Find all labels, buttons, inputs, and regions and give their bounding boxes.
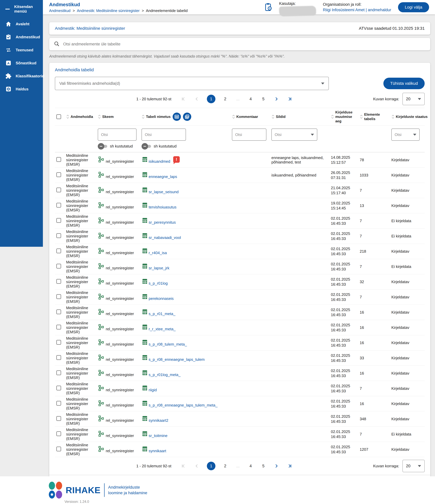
table-name-link[interactable]: synnikaart: [149, 449, 166, 453]
table-icon: [142, 217, 148, 225]
table-name-link[interactable]: s_p_r08_enneaegne_laps_tulem: [149, 357, 205, 362]
sidebar-item-andmestikud[interactable]: Andmestikud: [0, 30, 43, 44]
row-skeem: rel_synniregister: [98, 293, 142, 301]
table-name-link[interactable]: sr_toitmine: [149, 433, 168, 438]
org-role-link[interactable]: Riigi Infosüsteemi Amet | andmehaldur: [323, 7, 391, 13]
breadcrumb-andmestik[interactable]: Andmestik: Meditsiiniline sünniregister: [77, 9, 140, 13]
filter-skeem-input[interactable]: [98, 128, 136, 141]
table-name-link[interactable]: sr_peresynnitus: [149, 220, 176, 225]
filter-nimetus-input[interactable]: [142, 128, 186, 141]
page-button-2[interactable]: 2: [222, 464, 228, 468]
prev-page-icon[interactable]: [194, 96, 200, 102]
table-name-link[interactable]: s_p_r08_enneaegne_laps_tulem_meta_: [149, 403, 217, 407]
clear-selection-button[interactable]: Tühista valikud: [383, 78, 425, 89]
sidebar-collapse-button[interactable]: Kitsendan menüü: [0, 0, 43, 18]
table-name-link[interactable]: enneaegne_laps: [149, 174, 177, 179]
page-button-4[interactable]: 4: [248, 464, 254, 468]
skeem-deleted-toggle[interactable]: sh kustutatud: [98, 144, 136, 149]
row-checkbox[interactable]: [56, 325, 61, 329]
breadcrumb-andmestikud[interactable]: Andmestikud: [49, 9, 71, 13]
row-checkbox[interactable]: [56, 279, 61, 284]
row-checkbox[interactable]: [56, 188, 61, 192]
row-checkbox[interactable]: [56, 294, 61, 299]
col-muutmise-aeg[interactable]: Kirjelduse muutmise aeg: [331, 110, 360, 123]
app-root: Kitsendan menüü Avaleht Andmestikud Teen…: [0, 0, 435, 504]
last-page-icon[interactable]: [286, 463, 293, 469]
row-checkbox[interactable]: [56, 309, 61, 314]
tables-copy-view-button[interactable]: [183, 113, 191, 121]
table-name-link[interactable]: s_p_r01log_meta_: [149, 372, 180, 377]
row-checkbox[interactable]: [56, 218, 61, 223]
sidebar: Kitsendan menüü Avaleht Andmestikud Teen…: [0, 0, 43, 247]
table-name-link[interactable]: s_p_r08_tulem_meta_: [149, 342, 187, 346]
first-page-icon[interactable]: [180, 96, 187, 102]
row-checkbox[interactable]: [56, 172, 61, 177]
table-name-link[interactable]: synnikaart2: [149, 418, 168, 423]
col-elemente[interactable]: Elemente tabelis: [360, 112, 391, 121]
per-page-select[interactable]: 20: [402, 93, 425, 105]
table-name-link[interactable]: perekonnaseis: [149, 296, 174, 301]
col-tabeli-nimetus[interactable]: Tabeli nimetus: [142, 113, 232, 121]
filter-kommentaar-input[interactable]: [232, 128, 266, 141]
sidebar-item-haldus[interactable]: Haldus: [0, 82, 43, 96]
sidebar-item-avaleht[interactable]: Avaleht: [0, 18, 43, 30]
table-name-link[interactable]: sr_lapse_seisund: [149, 190, 178, 194]
last-page-icon[interactable]: [286, 96, 293, 102]
table-name-link[interactable]: r_r404_isa: [149, 251, 167, 255]
filter-sildid-select[interactable]: Otsi: [271, 128, 317, 141]
next-page-icon[interactable]: [273, 96, 280, 102]
row-checkbox[interactable]: [56, 203, 61, 207]
row-checkbox[interactable]: [56, 340, 61, 345]
page-button-4[interactable]: 4: [248, 97, 254, 101]
select-all-checkbox[interactable]: [56, 114, 61, 119]
col-staatus[interactable]: Kirjelduste staatus: [391, 115, 430, 119]
next-page-icon[interactable]: [273, 463, 280, 469]
col-kommentaar[interactable]: Kommentaar: [232, 115, 271, 119]
row-checkbox[interactable]: [56, 249, 61, 253]
sidebar-item-sonastikud[interactable]: A Sõnastikud: [0, 56, 43, 70]
nimetus-deleted-toggle[interactable]: sh kustutatud: [142, 144, 227, 149]
page-button-2[interactable]: 2: [222, 97, 228, 101]
row-checkbox[interactable]: [56, 233, 61, 238]
chevron-down-icon: [418, 98, 421, 100]
col-sildid[interactable]: Sildid: [271, 115, 331, 119]
table-name-link[interactable]: sr_nabavaadi_vool: [149, 235, 181, 240]
per-page-select[interactable]: 20: [402, 460, 425, 472]
dataset-title-link[interactable]: Andmestik: Meditsiiniline sünniregister: [55, 26, 125, 31]
sidebar-item-teenused[interactable]: Teenused: [0, 44, 43, 56]
prev-page-icon[interactable]: [194, 463, 200, 469]
row-checkbox[interactable]: [56, 447, 61, 451]
table-name-link[interactable]: sr_lapse_jrk: [149, 266, 169, 270]
row-checkbox[interactable]: [56, 355, 61, 360]
col-andmehoidla[interactable]: Andmehoidla: [66, 115, 98, 119]
table-name-link[interactable]: s_p_r01log: [149, 281, 168, 286]
row-checkbox[interactable]: [56, 264, 61, 269]
page-button-5[interactable]: 5: [260, 464, 266, 468]
row-muutmise-aeg: 02.01.2025 16:45:33: [331, 292, 360, 302]
page-button-1[interactable]: 1: [207, 462, 215, 470]
sidebar-item-klassifikaatorid[interactable]: Klassifikaatorid: [0, 70, 43, 82]
table-name-link[interactable]: tervishoiuasutus: [149, 205, 177, 209]
row-checkbox[interactable]: [56, 401, 61, 406]
clipboard-clock-icon[interactable]: [265, 3, 272, 12]
search-input[interactable]: [63, 42, 426, 46]
row-tabeli-nimetus: sr_peresynnitus: [142, 217, 232, 225]
row-checkbox[interactable]: [56, 386, 61, 390]
row-checkbox[interactable]: [56, 416, 61, 421]
row-checkbox[interactable]: [56, 370, 61, 375]
col-skeem[interactable]: Skeem: [98, 115, 142, 119]
table-name-link[interactable]: s_p_r01_meta_: [149, 312, 175, 316]
schema-icon: [98, 187, 104, 194]
first-page-icon[interactable]: [180, 463, 187, 469]
page-button-1[interactable]: 1: [207, 95, 215, 103]
table-name-link[interactable]: isikuandmed: [149, 159, 170, 164]
table-name-link[interactable]: riigid: [149, 388, 157, 392]
logout-button[interactable]: Logi välja: [398, 2, 429, 12]
row-checkbox[interactable]: [56, 431, 61, 436]
filter-staatus-select[interactable]: Otsi: [391, 128, 420, 141]
row-checkbox[interactable]: [56, 157, 61, 162]
store-filter-select[interactable]: Vali filtreerimiseks andmehoidla(d): [55, 77, 329, 90]
table-view-button[interactable]: [173, 113, 181, 121]
table-name-link[interactable]: r_r_xtee_meta_: [149, 327, 176, 331]
page-button-5[interactable]: 5: [260, 97, 266, 101]
